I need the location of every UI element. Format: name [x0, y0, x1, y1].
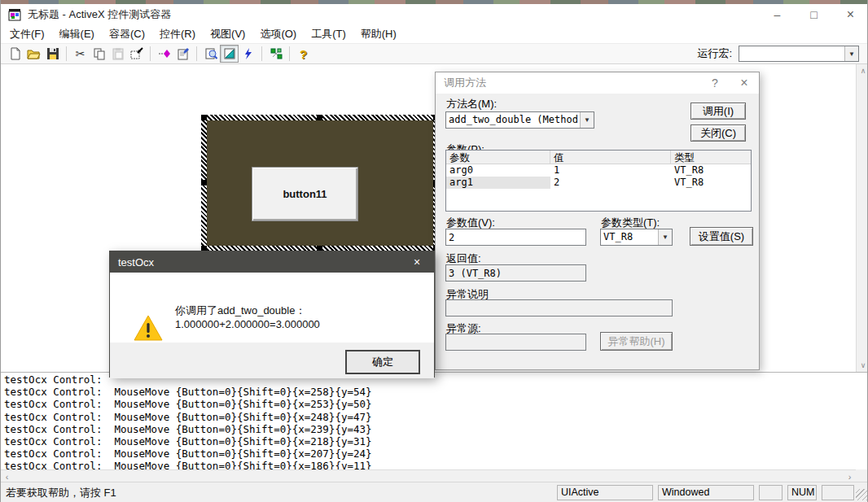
app-icon [8, 8, 21, 21]
menu-control[interactable]: 控件(R) [152, 25, 203, 43]
titlebar: 无标题 - ActiveX 控件测试容器 – □ × [1, 4, 868, 25]
ocx-control[interactable]: button11 [207, 120, 433, 246]
help-icon[interactable]: ? [294, 45, 313, 63]
resize-handle-nw[interactable] [201, 115, 207, 120]
invoke-method-dialog: 调用方法 ? × 方法名(M): add_two_double (Method)… [435, 72, 760, 370]
exception-desc-field [445, 299, 673, 316]
cell-type: VT_R8 [671, 164, 751, 177]
resize-grip[interactable] [856, 489, 867, 500]
menu-help[interactable]: 帮助(H) [353, 25, 404, 43]
column-header-value[interactable]: 值 [550, 151, 671, 164]
testocx-message-box: testOcx × 你调用了add_two_double：1.000000+2.… [109, 251, 435, 378]
resize-handle-w[interactable] [201, 180, 207, 186]
menu-tools[interactable]: 工具(T) [304, 25, 353, 43]
log-line: testOcx Control: MouseMove {Button=0}{Sh… [4, 423, 868, 435]
menu-edit[interactable]: 编辑(E) [52, 25, 102, 43]
cell-value: 2 [550, 177, 671, 189]
cell-value: 1 [550, 164, 671, 177]
event-log[interactable]: testOcx Control: testOcx Control: MouseM… [1, 372, 868, 469]
msgbox-close-icon[interactable]: × [400, 251, 434, 273]
close-button[interactable]: 关闭(C) [690, 124, 746, 142]
parameters-table-header: 参数 值 类型 [446, 151, 751, 164]
chevron-down-icon[interactable]: ▼ [658, 229, 672, 245]
window-title: 无标题 - ActiveX 控件测试容器 [28, 7, 171, 22]
resize-handle-n[interactable] [317, 115, 322, 120]
status-help-text: 若要获取帮助，请按 F1 [6, 486, 116, 500]
control-selection-frame: button11 [201, 115, 439, 251]
msgbox-text: 你调用了add_two_double：1.000000+2.000000=3.0… [175, 303, 434, 330]
ocx-button11[interactable]: button11 [252, 167, 358, 221]
menubar: 文件(F) 编辑(E) 容器(C) 控件(R) 视图(V) 选项(O) 工具(T… [1, 25, 868, 43]
log-line: testOcx Control: MouseMove {Button=0}{Sh… [4, 386, 868, 398]
status-panel-uiactive: UIActive [557, 485, 653, 500]
method-name-label: 方法名(M): [446, 97, 497, 111]
run-macro-combo[interactable]: ▼ [739, 46, 859, 62]
status-panel-empty2 [822, 485, 854, 500]
menu-container[interactable]: 容器(C) [102, 25, 152, 43]
toolbar-separator [261, 46, 262, 61]
ocx-button11-label: button11 [283, 188, 327, 200]
cell-param: arg1 [446, 177, 550, 189]
toolbar-separator [66, 46, 67, 61]
new-file-icon[interactable] [6, 45, 24, 63]
test-nodes-icon[interactable] [266, 45, 285, 63]
save-icon[interactable] [43, 45, 62, 63]
warning-icon [134, 315, 163, 342]
properties-icon[interactable] [173, 45, 192, 63]
logging-icon[interactable] [201, 45, 220, 63]
maximize-icon[interactable]: □ [796, 4, 832, 25]
app-window: 无标题 - ActiveX 控件测试容器 – □ × 文件(F) 编辑(E) 容… [0, 0, 868, 502]
table-row[interactable]: arg0 1 VT_R8 [446, 164, 751, 177]
copy-icon[interactable] [90, 45, 108, 63]
invoke-button[interactable]: 调用(I) [690, 103, 746, 120]
set-value-button[interactable]: 设置值(S) [690, 227, 753, 246]
menu-view[interactable]: 视图(V) [203, 25, 252, 43]
column-header-param[interactable]: 参数 [446, 151, 550, 164]
msgbox-title: testOcx [118, 256, 154, 268]
form-vertical-scrollbar[interactable]: ∧ ∨ [856, 64, 868, 372]
cut-icon[interactable]: ✂ [71, 45, 90, 63]
open-file-icon[interactable] [24, 45, 43, 63]
cell-param: arg0 [446, 164, 550, 177]
dialog-help-icon[interactable]: ? [700, 72, 730, 94]
dialog-close-icon[interactable]: × [730, 72, 759, 94]
status-panel-empty1 [759, 485, 783, 500]
scroll-left-icon[interactable]: ‹ [1, 470, 13, 482]
msgbox-titlebar: testOcx × [110, 251, 434, 273]
scrollbar-corner [856, 469, 868, 482]
ok-button[interactable]: 确定 [346, 351, 419, 373]
msgbox-body: 你调用了add_two_double：1.000000+2.000000=3.0… [110, 273, 434, 343]
dialog-title: 调用方法 [444, 76, 486, 90]
dialog-titlebar: 调用方法 ? × [436, 72, 759, 94]
menu-options[interactable]: 选项(O) [252, 25, 304, 43]
log-line: testOcx Control: MouseMove {Button=0}{Sh… [4, 398, 868, 410]
events-icon[interactable] [239, 45, 257, 63]
exception-source-field [445, 334, 586, 351]
scroll-up-icon[interactable]: ∧ [857, 64, 868, 77]
status-panel-windowed: Windowed [658, 485, 754, 500]
paste-icon[interactable] [108, 45, 127, 63]
column-header-type[interactable]: 类型 [671, 151, 751, 164]
close-icon[interactable]: × [832, 4, 868, 25]
chevron-down-icon[interactable]: ▼ [844, 46, 858, 61]
parameters-table[interactable]: 参数 值 类型 arg0 1 VT_R8 arg1 2 VT_R8 [445, 150, 752, 212]
status-bar: 若要获取帮助，请按 F1 UIActive Windowed NUM [1, 482, 868, 502]
scroll-down-icon[interactable]: ∨ [857, 359, 868, 372]
table-row[interactable]: arg1 2 VT_R8 [446, 177, 751, 189]
method-name-value: add_two_double (Method) [446, 112, 580, 128]
menu-file[interactable]: 文件(F) [2, 25, 52, 43]
scroll-right-icon[interactable]: › [844, 470, 856, 482]
minimize-icon[interactable]: – [759, 4, 796, 25]
toolbar-separator [150, 46, 151, 61]
chevron-down-icon[interactable]: ▼ [580, 112, 594, 128]
toolbar-separator [289, 46, 290, 61]
insert-control-icon[interactable] [127, 45, 146, 63]
cell-type: VT_R8 [671, 177, 751, 189]
toolbar: ✂ ? [1, 43, 868, 64]
design-mode-icon[interactable] [220, 45, 239, 63]
method-name-combo[interactable]: add_two_double (Method) ▼ [445, 111, 594, 129]
log-horizontal-scrollbar[interactable]: ‹ › [1, 469, 856, 482]
param-value-input[interactable] [445, 229, 586, 246]
param-type-combo[interactable]: VT_R8 ▼ [600, 229, 673, 246]
invoke-methods-icon[interactable] [155, 45, 173, 63]
